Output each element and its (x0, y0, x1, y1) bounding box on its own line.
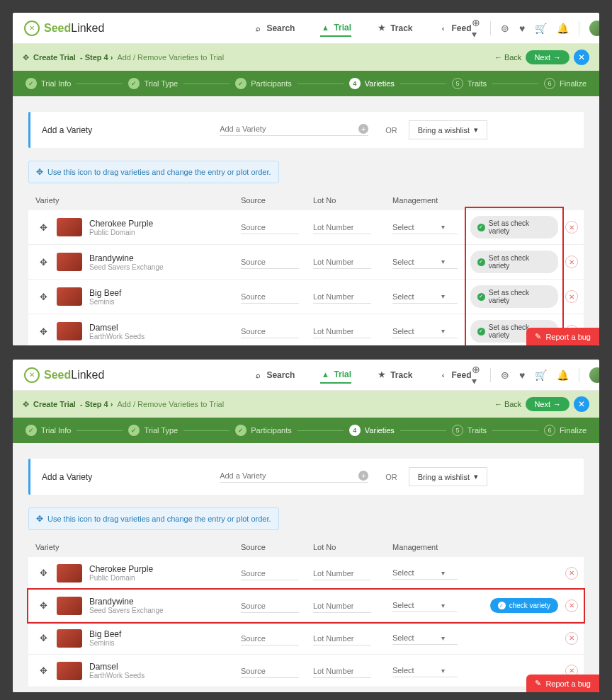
cart-icon[interactable]: 🛒 (535, 369, 547, 381)
heart-icon[interactable]: ♥ (519, 23, 525, 34)
variety-name: Brandywine (89, 597, 164, 607)
report-bug-button[interactable]: ✎Report a bug (526, 675, 599, 692)
nav-search[interactable]: ⌕Search (253, 367, 295, 384)
step-trial-info[interactable]: ✓Trial Info (26, 425, 71, 436)
step-trial-type[interactable]: ✓Trial Type (128, 78, 178, 89)
management-select[interactable]: Select▾ (392, 599, 458, 612)
globe-icon[interactable]: ⊕ ▾ (472, 364, 481, 386)
add-variety-input[interactable] (220, 125, 358, 133)
nav-feed[interactable]: ‹Feed (438, 367, 471, 384)
delete-row-button[interactable]: ✕ (565, 221, 578, 234)
source-input[interactable] (241, 290, 299, 304)
delete-row-button[interactable]: ✕ (565, 256, 578, 268)
logo[interactable]: SeedLinked (24, 367, 104, 383)
drag-handle-icon[interactable]: ✥ (35, 222, 51, 233)
close-button[interactable]: ✕ (574, 396, 589, 412)
management-select[interactable]: Select▾ (392, 325, 458, 338)
source-input[interactable] (241, 599, 299, 613)
management-select[interactable]: Select▾ (392, 664, 458, 677)
delete-row-button[interactable]: ✕ (565, 567, 578, 580)
check-icon: ✓ (498, 602, 506, 609)
source-input[interactable] (241, 256, 299, 269)
step-varieties[interactable]: 4Varieties (349, 425, 395, 436)
delete-row-button[interactable]: ✕ (565, 632, 578, 645)
add-variety-input[interactable] (220, 471, 358, 480)
globe-icon[interactable]: ⊕ ▾ (472, 17, 481, 40)
management-select[interactable]: Select▾ (392, 566, 458, 580)
source-input[interactable] (241, 665, 299, 678)
user-menu[interactable]: Bjorn ▾ (589, 367, 599, 383)
next-button[interactable]: Next→ (526, 50, 570, 64)
bell-icon[interactable]: 🔔 (557, 23, 569, 34)
bring-wishlist-button[interactable]: Bring a wishlist▾ (409, 467, 487, 486)
lot-number-input[interactable] (313, 599, 371, 613)
step-traits[interactable]: 5Traits (452, 78, 487, 89)
nav-trial[interactable]: ▲Trial (320, 367, 351, 384)
step-trial-type[interactable]: ✓Trial Type (128, 425, 178, 436)
add-variety-plus-icon[interactable]: + (358, 471, 368, 481)
set-check-variety-button[interactable]: ✓Set as check variety (470, 285, 558, 308)
drag-handle-icon[interactable]: ✥ (35, 600, 51, 611)
drag-handle-icon[interactable]: ✥ (35, 257, 51, 268)
cart-icon[interactable]: 🛒 (535, 23, 547, 34)
nav-search[interactable]: ⌕Search (253, 20, 295, 37)
back-link[interactable]: ←Back (494, 53, 521, 62)
logo-linked: Linked (71, 22, 104, 35)
step-trial-info[interactable]: ✓Trial Info (26, 78, 71, 89)
heart-icon[interactable]: ♥ (519, 369, 525, 381)
set-check-variety-button[interactable]: ✓Set as check variety (470, 216, 558, 239)
drag-handle-icon[interactable]: ✥ (35, 568, 51, 578)
lot-number-input[interactable] (313, 567, 371, 580)
source-input[interactable] (241, 325, 299, 338)
user-menu[interactable]: Bjorn ▾ (589, 21, 599, 36)
close-button[interactable]: ✕ (574, 50, 589, 65)
or-text: OR (385, 473, 397, 481)
step-participants[interactable]: ✓Participants (235, 78, 291, 89)
drag-handle-icon[interactable]: ✥ (35, 633, 51, 643)
source-input[interactable] (241, 221, 299, 234)
help-icon[interactable]: ⊚ (501, 23, 509, 34)
step-finalize[interactable]: 6Finalize (544, 425, 586, 436)
management-select[interactable]: Select▾ (392, 290, 458, 304)
delete-row-button[interactable]: ✕ (565, 290, 578, 303)
variety-thumbnail (57, 253, 82, 271)
arrow-left-icon: ← (494, 53, 502, 62)
lot-number-input[interactable] (313, 665, 371, 678)
lot-number-input[interactable] (313, 325, 371, 338)
variety-thumbnail (57, 564, 82, 583)
step-finalize[interactable]: 6Finalize (544, 78, 586, 89)
lot-number-input[interactable] (313, 221, 371, 234)
step-traits[interactable]: 5Traits (452, 425, 487, 436)
lot-number-input[interactable] (313, 290, 371, 304)
drag-handle-icon[interactable]: ✥ (35, 326, 51, 337)
management-select[interactable]: Select▾ (392, 221, 458, 234)
source-input[interactable] (241, 567, 299, 580)
hdr-variety: Variety (28, 196, 241, 205)
drag-handle-icon[interactable]: ✥ (35, 292, 51, 302)
help-icon[interactable]: ⊚ (501, 369, 509, 381)
lot-number-input[interactable] (313, 632, 371, 646)
nav-track[interactable]: ★Track (377, 367, 412, 384)
next-button[interactable]: Next→ (526, 397, 570, 411)
bring-wishlist-button[interactable]: Bring a wishlist▾ (409, 120, 487, 139)
set-check-variety-button[interactable]: ✓Set as check variety (470, 251, 558, 273)
nav-trial[interactable]: ▲Trial (320, 20, 351, 37)
chevron-down-icon: ▾ (474, 472, 478, 481)
step-participants[interactable]: ✓Participants (235, 425, 291, 436)
logo[interactable]: SeedLinked (24, 21, 104, 36)
delete-row-button[interactable]: ✕ (565, 599, 578, 612)
back-link[interactable]: ←Back (494, 400, 521, 408)
check-variety-button[interactable]: ✓check variety (490, 598, 558, 613)
bell-icon[interactable]: 🔔 (557, 369, 569, 381)
add-variety-plus-icon[interactable]: + (358, 124, 368, 134)
nav-track[interactable]: ★Track (377, 20, 412, 37)
feed-icon: ‹ (438, 23, 448, 33)
drag-handle-icon[interactable]: ✥ (35, 665, 51, 676)
lot-number-input[interactable] (313, 256, 371, 269)
management-select[interactable]: Select▾ (392, 256, 458, 269)
source-input[interactable] (241, 632, 299, 646)
nav-feed[interactable]: ‹Feed (438, 20, 471, 37)
step-varieties[interactable]: 4Varieties (349, 78, 395, 89)
report-bug-button[interactable]: ✎Report a bug (526, 328, 599, 345)
management-select[interactable]: Select▾ (392, 631, 458, 645)
